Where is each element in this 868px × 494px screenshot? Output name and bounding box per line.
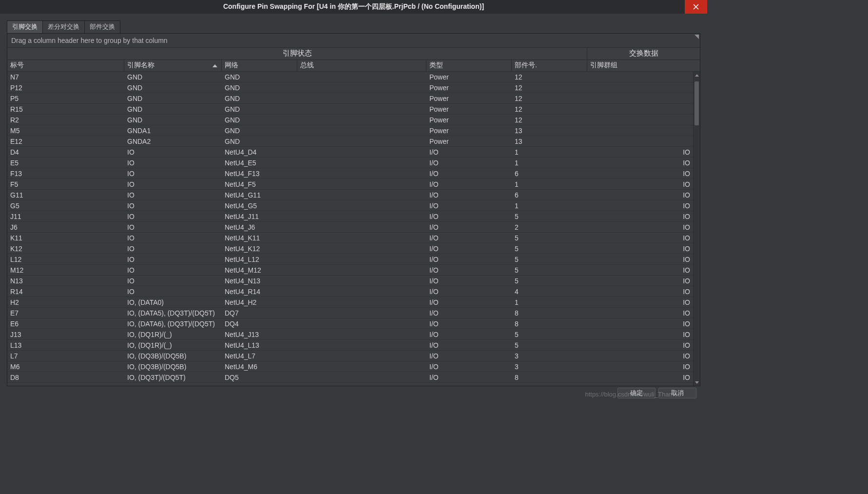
table-row[interactable]: F5IONetU4_F5I/O1IO [7,179,693,190]
tab-0[interactable]: 引脚交换 [7,20,43,33]
table-row[interactable]: R14IONetU4_R14I/O4IO [7,286,693,297]
table-row[interactable]: F13IONetU4_F13I/O6IO [7,168,693,179]
cell-net: NetU4_L12 [222,256,297,263]
cell-net: NetU4_G11 [222,191,297,199]
table-row[interactable]: K11IONetU4_K11I/O5IO [7,233,693,243]
cell-part-no: 1 [512,180,587,188]
table-row[interactable]: E5IONetU4_E5I/O1IO [7,158,693,168]
table-row[interactable]: L7IO, (DQ3B)/(DQ5B)NetU4_L7I/O3IO [7,351,693,361]
grid-rows[interactable]: N7GNDGNDPower12P12GNDGNDPower12P5GNDGNDP… [7,72,693,386]
table-row[interactable]: R15GNDGNDPower12 [7,104,693,115]
scroll-down-icon[interactable] [694,379,700,386]
cell-designator: L13 [7,341,124,349]
tab-1[interactable]: 差分对交换 [42,20,85,33]
cell-designator: G5 [7,202,124,210]
table-row[interactable]: N13IONetU4_N13I/O5IO [7,276,693,286]
cell-net: NetU4_L7 [222,352,297,360]
cell-part-no: 6 [512,170,587,178]
col-header-bus[interactable]: 总线 [297,60,426,71]
cell-pin-group: IO [587,309,693,317]
scroll-up-icon[interactable] [694,72,700,79]
cell-type: I/O [426,266,512,274]
table-row[interactable]: G11IONetU4_G11I/O6IO [7,190,693,200]
cell-part-no: 5 [512,256,587,263]
col-header-net[interactable]: 网络 [222,60,297,71]
cell-pin-name: GND [124,105,222,113]
cell-designator: L12 [7,256,124,263]
table-row[interactable]: E12GNDA2GNDPower13 [7,136,693,147]
table-row[interactable]: M5GNDA1GNDPower13 [7,125,693,136]
cell-part-no: 3 [512,352,587,360]
cell-part-no: 5 [512,277,587,285]
close-button[interactable] [685,0,707,14]
table-row[interactable]: J13IO, (DQ1R)/(_)NetU4_J13I/O5IO [7,329,693,340]
cell-designator: K11 [7,234,124,242]
cell-pin-name: IO [124,277,222,285]
cell-net: NetU4_L13 [222,341,297,349]
table-row[interactable]: M12IONetU4_M12I/O5IO [7,265,693,276]
table-row[interactable]: D4IONetU4_D4I/O1IO [7,147,693,158]
cell-pin-group: IO [587,341,693,349]
cell-designator: G11 [7,191,124,199]
cell-pin-name: IO [124,288,222,296]
cell-net: NetU4_R14 [222,288,297,296]
table-row[interactable]: J6IONetU4_J6I/O2IO [7,222,693,233]
table-row[interactable]: E7IO, (DATA5), (DQ3T)/(DQ5T)DQ7I/O8IO [7,308,693,318]
table-row[interactable]: H2IO, (DATA0)NetU4_H2I/O1IO [7,297,693,308]
cell-net: NetU4_N13 [222,277,297,285]
cell-designator: J6 [7,223,124,231]
tab-2[interactable]: 部件交换 [84,20,120,33]
cell-type: I/O [426,374,512,381]
table-row[interactable]: J11IONetU4_J11I/O5IO [7,211,693,222]
group-by-bar[interactable]: Drag a column header here to group by th… [7,34,700,48]
cell-designator: D8 [7,374,124,381]
cell-type: I/O [426,309,512,317]
table-row[interactable]: D8IO, (DQ3T)/(DQ5T)DQ5I/O8IO [7,372,693,383]
col-header-pin-group[interactable]: 引脚群组 [587,60,700,71]
cell-pin-name: GNDA2 [124,138,222,145]
cell-designator: E5 [7,159,124,167]
col-header-type[interactable]: 类型 [426,60,512,71]
col-header-designator[interactable]: 标号 [7,60,124,71]
vertical-scrollbar[interactable] [693,72,700,386]
table-row[interactable]: L12IONetU4_L12I/O5IO [7,254,693,265]
cell-part-no: 12 [512,116,587,124]
cell-net: NetU4_F5 [222,180,297,188]
table-row[interactable]: M6IO, (DQ3B)/(DQ5B)NetU4_M6I/O3IO [7,361,693,372]
cell-pin-name: GNDA1 [124,127,222,135]
cell-type: I/O [426,288,512,296]
cell-designator: M6 [7,363,124,371]
table-row[interactable]: G5IONetU4_G5I/O1IO [7,200,693,211]
cancel-button[interactable]: 取消 [658,388,696,398]
cell-pin-name: IO [124,213,222,220]
table-row[interactable]: N7GNDGNDPower12 [7,72,693,82]
table-row[interactable]: P5GNDGNDPower12 [7,93,693,104]
grid-panel: Drag a column header here to group by th… [7,33,700,386]
cell-pin-group: IO [587,352,693,360]
cell-designator: R14 [7,288,124,296]
cell-part-no: 8 [512,374,587,381]
cell-pin-name: GND [124,116,222,124]
cell-net: NetU4_E5 [222,159,297,167]
table-row[interactable]: L13IO, (DQ1R)/(_)NetU4_L13I/O5IO [7,340,693,351]
col-header-pin-name[interactable]: 引脚名称 [124,60,222,71]
ok-button[interactable]: 确定 [617,388,656,398]
cell-pin-name: GND [124,95,222,102]
header-columns-row: 标号 引脚名称 网络 总线 类型 部件号. 引脚群组 [7,60,700,72]
cell-pin-group: IO [587,159,693,167]
cell-part-no: 5 [512,213,587,220]
table-row[interactable]: E6IO, (DATA6), (DQ3T)/(DQ5T)DQ4I/O8IO [7,318,693,329]
table-row[interactable]: R2GNDGNDPower12 [7,115,693,125]
table-row[interactable]: K12IONetU4_K12I/O5IO [7,243,693,254]
cell-pin-name: IO, (DATA0) [124,298,222,306]
cell-pin-name: IO [124,234,222,242]
cell-type: Power [426,84,512,92]
cell-type: Power [426,105,512,113]
cell-pin-group: IO [587,148,693,156]
table-row[interactable]: P12GNDGNDPower12 [7,82,693,93]
scroll-thumb[interactable] [694,81,699,125]
dialog-window: Configure Pin Swapping For [U4 in 你的第一个四… [0,0,707,403]
col-header-part-no[interactable]: 部件号. [512,60,587,71]
cell-pin-group: IO [587,288,693,296]
collapse-triangle-icon[interactable] [694,35,699,39]
